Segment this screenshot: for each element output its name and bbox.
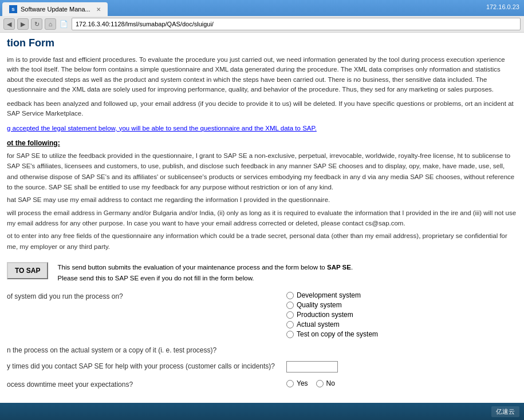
- q4-label-yes: Yes: [297, 379, 308, 387]
- legal-para-2: hat SAP SE may use my email address to c…: [7, 195, 517, 205]
- section-note: ot the following:: [7, 139, 517, 147]
- sap-bold: SAP SE: [327, 264, 351, 271]
- q1-radio-quality[interactable]: [286, 302, 294, 309]
- q1-option-actual[interactable]: Actual system: [286, 320, 378, 328]
- address-input[interactable]: [72, 18, 521, 30]
- q4-radio-no[interactable]: [316, 380, 324, 387]
- legal-para-3: will process the email address in German…: [7, 208, 517, 229]
- home-button[interactable]: ⌂: [45, 18, 56, 30]
- legal-para-4: ot to enter into any free fields of the …: [7, 231, 517, 252]
- submit-desc-line2: Please send this to SAP SE even if you d…: [57, 273, 353, 283]
- q1-label-testcopy: Test on copy of the system: [297, 330, 378, 338]
- q1-radio-group: Development system Quality system Produc…: [286, 291, 378, 338]
- q1-radio-development[interactable]: [286, 292, 294, 299]
- form-row-q2: n the process on the actual system or a …: [7, 345, 517, 354]
- form-row-q4: ocess downtime meet your expectations? Y…: [7, 379, 517, 389]
- tab-close-button[interactable]: ✕: [96, 6, 101, 13]
- tab-title: Software Update Mana...: [21, 6, 90, 13]
- legal-link[interactable]: g accepted the legal statement below, yo…: [7, 124, 517, 133]
- q4-option-yes[interactable]: Yes: [286, 379, 308, 387]
- q1-label-production: Production system: [297, 311, 353, 319]
- ip-address: 172.16.0.23: [486, 3, 519, 10]
- form-section: of system did you run the process on? De…: [7, 291, 517, 389]
- lock-icon: 📄: [60, 20, 68, 28]
- q1-option-test-copy[interactable]: Test on copy of the system: [286, 330, 378, 338]
- address-bar-row: ◀ ▶ ↻ ⌂ 📄: [0, 16, 524, 33]
- intro-paragraph-1: im is to provide fast and efficient proc…: [7, 55, 517, 94]
- q3-input[interactable]: [286, 361, 338, 373]
- q3-label: y times did you contact SAP SE for help …: [7, 361, 282, 370]
- q4-label: ocess downtime meet your expectations?: [7, 379, 282, 389]
- q1-option-production[interactable]: Production system: [286, 311, 378, 319]
- page-content: tion Form im is to provide fast and effi…: [0, 33, 524, 400]
- q1-radio-production[interactable]: [286, 311, 294, 319]
- back-button[interactable]: ◀: [3, 18, 15, 30]
- tab-favicon: S: [9, 5, 17, 13]
- q4-radio-group: Yes No: [286, 379, 335, 387]
- q1-label-development: Development system: [297, 291, 361, 299]
- refresh-button[interactable]: ↻: [31, 18, 42, 30]
- q4-radio-yes[interactable]: [286, 380, 294, 387]
- forward-button[interactable]: ▶: [17, 18, 29, 30]
- form-row-q3: y times did you contact SAP SE for help …: [7, 361, 517, 373]
- page-title: tion Form: [7, 37, 517, 49]
- q1-option-quality[interactable]: Quality system: [286, 301, 378, 309]
- submit-description: This send button submits the evaluation …: [57, 262, 353, 283]
- q4-label-no: No: [326, 379, 335, 387]
- q1-option-development[interactable]: Development system: [286, 291, 378, 299]
- intro-paragraph-2: eedback has been analyzed and followed u…: [7, 99, 517, 119]
- submit-button[interactable]: TO SAP: [7, 262, 48, 279]
- legal-para-1: for SAP SE to utilize the feedback provi…: [7, 150, 517, 193]
- q2-label: n the process on the actual system or a …: [7, 345, 282, 354]
- submit-section: TO SAP This send button submits the eval…: [7, 262, 517, 283]
- q1-label-actual: Actual system: [297, 320, 340, 328]
- form-row-q1: of system did you run the process on? De…: [7, 291, 517, 338]
- q1-label-quality: Quality system: [297, 301, 342, 309]
- q4-option-no[interactable]: No: [316, 379, 335, 387]
- q1-label: of system did you run the process on?: [7, 291, 282, 300]
- submit-desc-line1: This send button submits the evaluation …: [57, 262, 353, 272]
- q1-radio-testcopy[interactable]: [286, 331, 294, 338]
- browser-tab[interactable]: S Software Update Mana... ✕: [2, 2, 108, 16]
- q1-radio-actual[interactable]: [286, 321, 294, 328]
